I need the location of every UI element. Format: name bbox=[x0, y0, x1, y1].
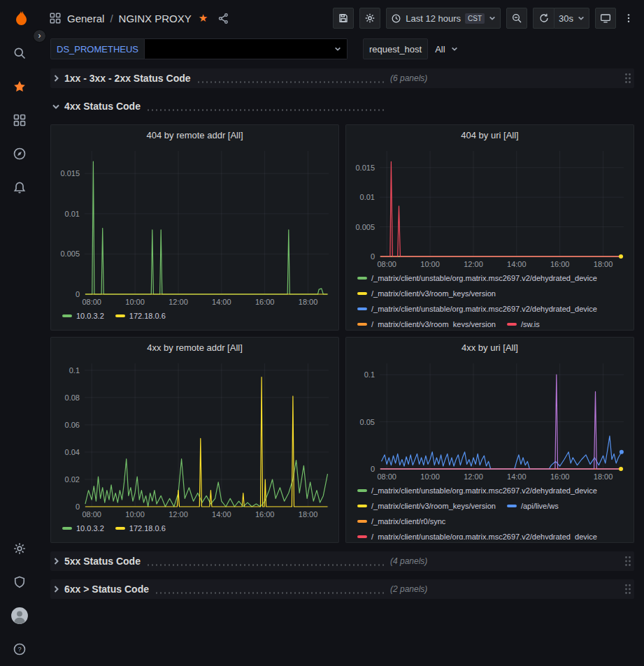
gear-icon bbox=[364, 13, 375, 24]
legend-item[interactable]: /_matrix/client/unstable/org.matrix.msc2… bbox=[357, 301, 597, 316]
legend-item[interactable]: /_matrix/client/r0/sync bbox=[357, 514, 445, 528]
legend-item[interactable]: /_matrix/client/v3/room_keys/version bbox=[357, 317, 496, 327]
more-options-button[interactable] bbox=[622, 8, 636, 29]
series-label: /_matrix/client/v3/room_keys/version bbox=[371, 289, 496, 298]
legend-item[interactable]: /_matrix/client/unstable/org.matrix.msc2… bbox=[357, 270, 597, 285]
chevron-down-icon bbox=[489, 15, 496, 22]
panel-title[interactable]: 404 by remote addr [All] bbox=[55, 125, 334, 146]
sidebar-item-alerting[interactable] bbox=[0, 171, 39, 204]
series-color-swatch bbox=[507, 505, 517, 507]
svg-text:08:00: 08:00 bbox=[377, 472, 396, 481]
sidebar-item-server-admin[interactable] bbox=[0, 565, 39, 599]
row-panel-count: (4 panels) bbox=[390, 556, 427, 566]
panel-title[interactable]: 4xx by uri [All] bbox=[350, 338, 629, 359]
panel-grid: 404 by remote addr [All] 00.0050.010.015… bbox=[50, 124, 634, 543]
panel-title[interactable]: 4xx by remote addr [All] bbox=[55, 338, 334, 359]
timezone-badge: CST bbox=[465, 13, 485, 24]
timeseries-chart[interactable]: 00.0050.010.01508:0010:0012:0014:0016:00… bbox=[55, 146, 334, 307]
refresh-icon bbox=[538, 13, 550, 24]
legend-item[interactable]: 172.18.0.6 bbox=[115, 308, 166, 323]
variables-bar: DS_PROMETHEUS request_host All bbox=[39, 36, 644, 64]
row-drag-handle[interactable] bbox=[624, 556, 631, 567]
avatar bbox=[10, 607, 29, 625]
svg-text:0.1: 0.1 bbox=[69, 366, 80, 375]
row-4xx[interactable]: 4xx Status Code bbox=[50, 96, 634, 116]
series-label: /_matrix/client/r0/sync bbox=[371, 517, 445, 526]
sidebar-expand-button[interactable]: › bbox=[33, 29, 46, 43]
timeseries-chart[interactable]: 00.020.040.060.080.108:0010:0012:0014:00… bbox=[55, 359, 334, 519]
breadcrumb-separator: / bbox=[110, 13, 113, 24]
sidebar-item-dashboards[interactable] bbox=[0, 103, 39, 137]
chevron-down-icon bbox=[52, 102, 60, 110]
chevron-right-icon bbox=[52, 585, 60, 593]
panel-4xx-by-uri: 4xx by uri [All] 00.050.108:0010:0012:00… bbox=[345, 337, 634, 543]
chevron-right-icon bbox=[52, 74, 60, 82]
refresh-button[interactable] bbox=[533, 8, 554, 29]
legend-item[interactable]: /_matrix/client/v3/room_keys/version bbox=[357, 286, 496, 301]
legend-item[interactable]: /sw.js bbox=[507, 317, 540, 327]
compass-icon bbox=[13, 147, 27, 161]
svg-text:0: 0 bbox=[371, 252, 375, 261]
row-title: 1xx - 3xx - 2xx Status Code bbox=[64, 73, 191, 84]
row-title: 5xx Status Code bbox=[64, 556, 141, 567]
legend-item[interactable]: 10.0.3.2 bbox=[62, 521, 104, 535]
series-color-swatch bbox=[357, 323, 367, 326]
save-dashboard-button[interactable] bbox=[333, 8, 354, 29]
series-label: 10.0.3.2 bbox=[76, 524, 104, 533]
row-6xx[interactable]: 6xx > Status Code (2 panels) bbox=[50, 579, 634, 599]
svg-text:18:00: 18:00 bbox=[299, 298, 318, 306]
row-drag-handle[interactable] bbox=[624, 73, 631, 84]
svg-text:0.08: 0.08 bbox=[65, 393, 80, 402]
legend-item[interactable]: /_matrix/client/v3/room_keys/version bbox=[357, 498, 496, 513]
legend-item[interactable]: /_matrix/client/unstable/org.matrix.msc2… bbox=[357, 483, 597, 498]
tv-mode-button[interactable] bbox=[595, 8, 616, 29]
sidebar-item-search[interactable] bbox=[0, 36, 39, 70]
svg-text:08:00: 08:00 bbox=[82, 510, 101, 519]
row-1xx-3xx-2xx[interactable]: 1xx - 3xx - 2xx Status Code (6 panels) bbox=[50, 68, 634, 88]
sidebar-item-starred[interactable] bbox=[0, 70, 39, 103]
svg-text:14:00: 14:00 bbox=[507, 472, 527, 481]
bell-icon bbox=[13, 180, 27, 194]
favorite-star-icon[interactable]: ★ bbox=[199, 12, 208, 24]
monitor-icon bbox=[600, 13, 611, 24]
legend-item[interactable]: /_matrix/client/unstable/org.matrix.msc2… bbox=[357, 529, 597, 540]
dotted-leader bbox=[146, 564, 385, 566]
series-color-swatch bbox=[357, 505, 367, 507]
sidebar: › bbox=[0, 0, 39, 666]
save-icon bbox=[338, 13, 349, 24]
chevron-down-icon bbox=[578, 15, 585, 22]
timeseries-chart[interactable]: 00.050.108:0010:0012:0014:0016:0018:00 bbox=[350, 359, 629, 482]
sidebar-item-explore[interactable] bbox=[0, 137, 39, 171]
series-color-swatch bbox=[115, 527, 125, 530]
time-range-picker[interactable]: Last 12 hours CST bbox=[386, 8, 501, 29]
sidebar-item-help[interactable]: ? bbox=[0, 632, 39, 666]
row-drag-handle[interactable] bbox=[624, 584, 631, 595]
row-panel-count: (6 panels) bbox=[390, 73, 427, 83]
dashboard-settings-button[interactable] bbox=[359, 8, 380, 29]
breadcrumb-section[interactable]: General bbox=[67, 13, 104, 24]
help-icon: ? bbox=[13, 642, 27, 656]
svg-text:0.005: 0.005 bbox=[60, 249, 80, 258]
refresh-interval-dropdown[interactable]: 30s bbox=[554, 8, 589, 29]
sidebar-item-profile[interactable] bbox=[0, 599, 39, 632]
panel-title[interactable]: 404 by uri [All] bbox=[350, 125, 629, 146]
svg-text:0: 0 bbox=[76, 502, 80, 511]
share-icon[interactable] bbox=[217, 13, 229, 24]
row-5xx[interactable]: 5xx Status Code (4 panels) bbox=[50, 551, 634, 571]
page-title[interactable]: NGINX PROXY bbox=[119, 13, 192, 24]
datasource-select[interactable] bbox=[145, 38, 348, 59]
zoom-out-time-button[interactable] bbox=[506, 8, 527, 29]
series-color-swatch bbox=[357, 535, 367, 538]
legend-item[interactable]: 172.18.0.6 bbox=[115, 521, 166, 535]
grafana-logo[interactable] bbox=[0, 0, 39, 36]
sidebar-item-configuration[interactable] bbox=[0, 532, 39, 565]
series-color-swatch bbox=[115, 314, 125, 317]
chevron-down-icon bbox=[451, 45, 458, 52]
refresh-group: 30s bbox=[533, 8, 589, 29]
request-host-select[interactable]: All bbox=[428, 38, 464, 59]
legend-item[interactable]: 10.0.3.2 bbox=[62, 308, 104, 323]
svg-text:12:00: 12:00 bbox=[464, 472, 483, 481]
legend-item[interactable]: /api/live/ws bbox=[507, 498, 559, 513]
svg-text:0.01: 0.01 bbox=[65, 210, 80, 218]
timeseries-chart[interactable]: 00.0050.010.01508:0010:0012:0014:0016:00… bbox=[350, 146, 629, 269]
